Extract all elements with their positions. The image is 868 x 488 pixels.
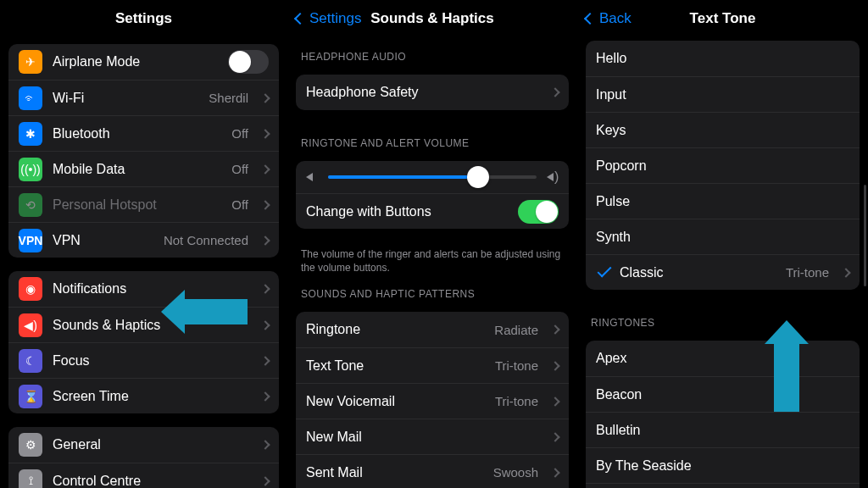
rt-bulletin-row[interactable]: Bulletin xyxy=(586,412,860,447)
chevron-right-icon xyxy=(260,476,270,485)
tone-pulse-label: Pulse xyxy=(596,194,849,209)
sounds-haptics-title: Sounds & Haptics xyxy=(370,10,493,27)
chevron-right-icon xyxy=(260,356,270,365)
control-centre-label: Control Centre xyxy=(53,474,252,489)
mobile-data-row[interactable]: ((•))Mobile DataOff xyxy=(8,151,279,186)
rt-chimes-row[interactable]: Chimes xyxy=(586,483,860,488)
screen-time-icon: ⌛ xyxy=(19,385,42,408)
wifi-label: Wi-Fi xyxy=(53,91,198,106)
change-with-buttons-row[interactable]: Change with Buttons xyxy=(296,193,569,229)
personal-hotspot-label: Personal Hotspot xyxy=(53,197,221,213)
speaker-quiet-icon xyxy=(306,171,318,183)
tone-popcorn-label: Popcorn xyxy=(596,158,849,174)
screen-time-label: Screen Time xyxy=(53,389,252,404)
ringtone-detail: Radiate xyxy=(494,323,538,337)
annotation-arrow-sounds-haptics xyxy=(185,299,248,324)
new-voicemail-detail: Tri-tone xyxy=(495,394,538,408)
settings-group-alerts: ◉Notifications◀)Sounds & Haptics☾Focus⌛S… xyxy=(8,271,279,413)
chevron-right-icon xyxy=(260,200,270,209)
wifi-detail: Sherdil xyxy=(209,91,248,105)
patterns-group: RingtoneRadiateText ToneTri-toneNew Voic… xyxy=(296,312,569,488)
bluetooth-row[interactable]: ✱BluetoothOff xyxy=(8,115,279,151)
control-centre-icon: ⟟ xyxy=(19,469,42,489)
headphone-audio-header: HEADPHONE AUDIO xyxy=(287,37,577,68)
tone-keys-label: Keys xyxy=(596,123,849,138)
chevron-right-icon xyxy=(260,284,270,293)
volume-slider-track[interactable] xyxy=(328,175,537,179)
settings-title: Settings xyxy=(115,10,172,27)
tone-input-row[interactable]: Input xyxy=(586,76,860,112)
general-row[interactable]: ⚙General xyxy=(8,427,279,463)
control-centre-row[interactable]: ⟟Control Centre xyxy=(8,463,279,488)
notifications-icon: ◉ xyxy=(19,277,42,301)
ringtones-group: ApexBeaconBulletinBy The SeasideChimes xyxy=(586,341,860,488)
sent-mail-row[interactable]: Sent MailSwoosh xyxy=(296,454,569,488)
settings-panel: Settings ✈Airplane ModeᯤWi-FiSherdil✱Blu… xyxy=(0,0,287,488)
tone-popcorn-row[interactable]: Popcorn xyxy=(586,147,860,183)
rt-bulletin-label: Bulletin xyxy=(596,423,849,438)
scrollbar-indicator[interactable] xyxy=(864,185,866,286)
rt-apex-label: Apex xyxy=(596,351,849,366)
sent-mail-detail: Swoosh xyxy=(493,465,538,480)
tone-classic-row[interactable]: ClassicTri-tone xyxy=(586,254,860,290)
personal-hotspot-row[interactable]: ⟲Personal HotspotOff xyxy=(8,186,279,222)
text-tone-row[interactable]: Text ToneTri-tone xyxy=(296,347,569,383)
chevron-right-icon xyxy=(260,164,270,174)
text-tone-title: Text Tone xyxy=(690,10,756,27)
chevron-right-icon xyxy=(841,268,850,277)
chevron-right-icon xyxy=(260,440,270,449)
chevron-right-icon xyxy=(260,129,270,138)
patterns-header: SOUNDS AND HAPTIC PATTERNS xyxy=(287,274,577,305)
chevron-left-icon xyxy=(584,13,596,25)
headphone-group: Headphone Safety xyxy=(296,75,569,110)
sent-mail-label: Sent Mail xyxy=(306,465,483,480)
rt-beacon-row[interactable]: Beacon xyxy=(586,376,860,412)
vpn-row[interactable]: VPNVPNNot Connected xyxy=(8,222,279,258)
rt-by-the-seaside-row[interactable]: By The Seaside xyxy=(586,447,860,483)
tone-pulse-row[interactable]: Pulse xyxy=(586,183,860,219)
rt-apex-row[interactable]: Apex xyxy=(586,341,860,376)
chevron-left-icon xyxy=(294,13,306,25)
chevron-right-icon xyxy=(260,93,270,103)
volume-slider-thumb[interactable] xyxy=(467,166,489,188)
text-tone-detail: Tri-tone xyxy=(495,358,538,373)
focus-icon: ☾ xyxy=(19,349,42,373)
new-voicemail-label: New Voicemail xyxy=(306,394,485,409)
focus-row[interactable]: ☾Focus xyxy=(8,342,279,378)
change-with-buttons-label: Change with Buttons xyxy=(306,204,508,219)
new-mail-row[interactable]: New Mail xyxy=(296,419,569,454)
mobile-data-icon: ((•)) xyxy=(19,158,42,181)
airplane-mode-row[interactable]: ✈Airplane Mode xyxy=(8,44,279,80)
vpn-icon: VPN xyxy=(19,229,42,252)
chevron-right-icon xyxy=(550,87,559,97)
tone-hello-label: Hello xyxy=(596,51,849,66)
tone-classic-label: Classic xyxy=(620,265,776,280)
airplane-mode-label: Airplane Mode xyxy=(53,54,218,69)
back-to-settings[interactable]: Settings xyxy=(296,0,361,37)
volume-footer-text: The volume of the ringer and alerts can … xyxy=(287,242,577,274)
chevron-right-icon xyxy=(260,391,270,401)
settings-group-general: ⚙General⟟Control Centre xyxy=(8,427,279,488)
change-with-buttons-switch[interactable] xyxy=(518,200,559,224)
back-button[interactable]: Back xyxy=(586,0,632,37)
ringtone-row[interactable]: RingtoneRadiate xyxy=(296,312,569,347)
bluetooth-icon: ✱ xyxy=(19,122,42,146)
airplane-mode-switch[interactable] xyxy=(228,50,269,74)
tone-keys-row[interactable]: Keys xyxy=(586,112,860,147)
new-voicemail-row[interactable]: New VoicemailTri-tone xyxy=(296,383,569,419)
tone-hello-row[interactable]: Hello xyxy=(586,41,860,76)
wifi-row[interactable]: ᯤWi-FiSherdil xyxy=(8,80,279,115)
tone-synth-row[interactable]: Synth xyxy=(586,219,860,254)
tone-input-label: Input xyxy=(596,87,849,103)
rt-beacon-label: Beacon xyxy=(596,387,849,402)
back-label: Back xyxy=(599,10,632,27)
screen-time-row[interactable]: ⌛Screen Time xyxy=(8,378,279,413)
ringtone-label: Ringtone xyxy=(306,322,484,337)
headphone-safety-row[interactable]: Headphone Safety xyxy=(296,75,569,110)
rt-by-the-seaside-label: By The Seaside xyxy=(596,458,849,474)
chevron-right-icon xyxy=(550,432,559,441)
bluetooth-label: Bluetooth xyxy=(53,126,221,141)
tone-synth-label: Synth xyxy=(596,230,849,245)
headphone-safety-label: Headphone Safety xyxy=(306,85,542,100)
volume-slider-row[interactable] xyxy=(296,161,569,193)
